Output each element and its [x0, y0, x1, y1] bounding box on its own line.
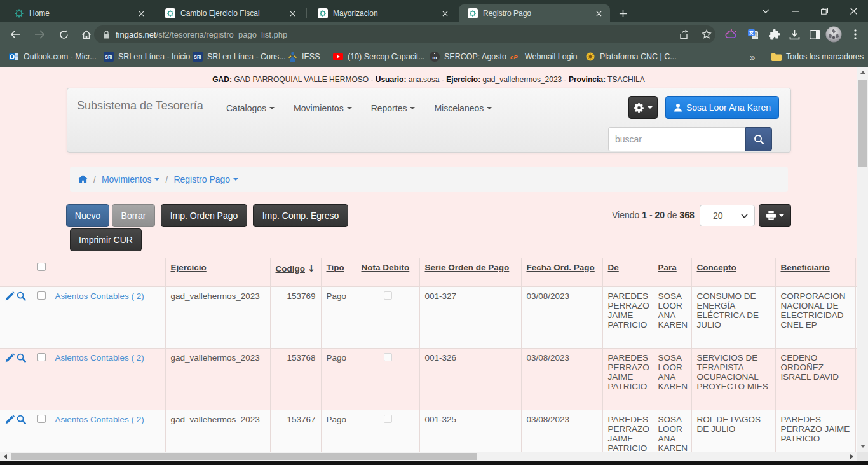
select-all-checkbox[interactable] [37, 263, 46, 271]
sort-link[interactable]: Para [658, 263, 677, 272]
scroll-left-arrow[interactable] [0, 451, 11, 462]
tab-close-icon[interactable] [440, 8, 450, 18]
bookmark-iess[interactable]: IESS [287, 49, 320, 64]
menu-movimientos[interactable]: Movimientos [284, 99, 362, 117]
tab-search-chevron[interactable] [751, 0, 780, 22]
print-menu-button[interactable] [759, 204, 791, 227]
vertical-scrollbar-thumb[interactable] [858, 80, 867, 167]
cell-de: PAREDES PERRAZO JAIME PATRICIO [602, 287, 653, 349]
view-magnifier-icon[interactable] [17, 291, 26, 301]
edit-pencil-icon[interactable] [5, 415, 15, 424]
extensions-puzzle-icon[interactable] [764, 24, 785, 45]
horizontal-scrollbar-thumb[interactable] [11, 453, 477, 460]
breadcrumb-registro-pago[interactable]: Registro Pago [173, 174, 238, 184]
scroll-right-arrow[interactable] [846, 451, 857, 462]
tab-home[interactable]: Home [5, 4, 153, 22]
chevron-down-icon [410, 107, 415, 109]
asientos-contables-link[interactable]: Asientos Contables ( 2) [55, 353, 144, 363]
tab-close-icon[interactable] [136, 8, 146, 18]
bookmark-star-icon[interactable] [698, 25, 715, 43]
menu-reportes[interactable]: Reportes [362, 99, 425, 117]
cell-beneficiario: CEDEÑO ORDOÑEZ ISRAEL DAVID [775, 349, 855, 410]
bookmark-webmail[interactable]: cP Webmail Login [510, 49, 577, 64]
cell-para: SOSA LOOR ANA KAREN [653, 410, 691, 452]
menu-catalogos[interactable]: Catalogos [217, 99, 284, 117]
tab-close-icon[interactable] [287, 8, 297, 18]
breadcrumb-movimientos[interactable]: Movimientos [102, 174, 160, 184]
profile-avatar[interactable] [824, 24, 844, 45]
reload-button[interactable] [53, 24, 74, 45]
imp-comp-egreso-button[interactable]: Imp. Comp. Egreso [253, 204, 348, 227]
tab-cambio-ejercicio[interactable]: Cambio Ejercicio Fiscal [156, 4, 304, 22]
address-bar[interactable]: fingads.net/sf2/tesoreria/registro_pago_… [94, 25, 715, 43]
bookmark-sri-consultas[interactable]: SRI SRI en Línea - Cons... [193, 49, 286, 64]
tab-mayorizacion[interactable]: Mayorizacion [309, 4, 456, 22]
chevron-down-icon [154, 178, 159, 181]
sort-link[interactable]: Codigo [276, 264, 306, 274]
sort-link[interactable]: De [608, 263, 619, 272]
new-tab-button[interactable] [614, 4, 632, 22]
share-icon[interactable] [675, 25, 693, 43]
edit-pencil-icon[interactable] [5, 291, 15, 301]
extension-translate-icon[interactable] [743, 24, 763, 45]
bookmark-outlook[interactable]: Outlook.com - Micr... [9, 49, 97, 64]
row-select [32, 410, 50, 452]
sort-link[interactable]: Fecha Ord. Pago [527, 263, 595, 272]
scroll-down-arrow[interactable] [857, 441, 868, 452]
row-checkbox[interactable] [37, 415, 46, 423]
downloads-icon[interactable] [784, 24, 804, 45]
extension-cloud-icon[interactable] [721, 24, 742, 45]
cell-fecha: 03/08/2023 [521, 410, 602, 452]
asientos-contables-link[interactable]: Asientos Contables ( 2) [55, 291, 144, 301]
back-button[interactable] [5, 24, 25, 45]
window-restore-button[interactable] [810, 0, 839, 22]
bookmark-sercop-agosto[interactable]: m SERCOP: Agosto [430, 49, 506, 64]
menu-miscelaneos[interactable]: Miscelaneos [424, 99, 501, 117]
imp-orden-pago-button[interactable]: Imp. Orden Pago [161, 204, 247, 227]
button-label: Borrar [121, 211, 146, 221]
nuevo-button[interactable]: Nuevo [66, 204, 109, 227]
sort-link[interactable]: Concepto [697, 263, 736, 272]
row-checkbox[interactable] [37, 291, 46, 300]
svg-text:SRI: SRI [194, 55, 201, 59]
sort-link[interactable]: Nota Debito [362, 263, 410, 272]
view-magnifier-icon[interactable] [17, 353, 26, 363]
sort-link[interactable]: Ejercicio [171, 263, 207, 272]
settings-gear-button[interactable] [628, 96, 658, 119]
side-panel-icon[interactable] [804, 24, 825, 45]
borrar-button[interactable]: Borrar [112, 204, 155, 227]
bookmark-sri-inicio[interactable]: SRI SRI en Línea - Inicio [104, 49, 190, 64]
search-button[interactable] [745, 127, 772, 151]
browser-menu-kebab-icon[interactable] [845, 24, 865, 45]
vertical-scrollbar[interactable] [857, 67, 868, 452]
tab-registro-pago-active[interactable]: Registro Pago [459, 4, 610, 22]
bookmark-sercop-youtube[interactable]: (10) Sercop Capacit... [333, 49, 425, 64]
scroll-up-arrow[interactable] [857, 67, 868, 78]
cell-serie: 001-326 [419, 349, 521, 410]
row-asientos: Asientos Contables ( 2) [50, 287, 165, 349]
user-account-button[interactable]: Sosa Loor Ana Karen [665, 96, 779, 119]
row-checkbox[interactable] [37, 353, 46, 361]
bookmarks-overflow-chevron[interactable]: » [750, 49, 755, 64]
view-magnifier-icon[interactable] [17, 415, 26, 424]
web-page: GAD: GAD PARROQUIAL VALLE HERMOSO - Usua… [0, 67, 857, 465]
button-label: Nuevo [75, 211, 100, 221]
home-icon[interactable] [78, 175, 88, 184]
page-size-select[interactable]: 20 [700, 205, 755, 226]
search-input[interactable]: buscar [608, 127, 745, 151]
sort-link[interactable]: Serie Orden de Pago [425, 263, 510, 272]
forward-button[interactable] [29, 24, 50, 45]
sort-link[interactable]: Beneficiario [781, 263, 830, 272]
asientos-contables-link[interactable]: Asientos Contables ( 2) [55, 415, 144, 424]
window-close-button[interactable] [839, 0, 868, 22]
sort-link[interactable]: Tipo [327, 263, 344, 272]
bookmark-label: IESS [302, 52, 320, 61]
user-name: Sosa Loor Ana Karen [686, 102, 771, 113]
bookmark-plataforma-cnc[interactable]: Plataforma CNC | C... [585, 49, 677, 64]
window-minimize-button[interactable] [780, 0, 810, 22]
tab-close-icon[interactable] [593, 8, 604, 18]
horizontal-scrollbar[interactable] [0, 452, 857, 461]
bookmark-all-bookmarks[interactable]: Todos los marcadores [771, 49, 864, 64]
imprimir-cur-button[interactable]: Imprimir CUR [70, 228, 142, 251]
edit-pencil-icon[interactable] [5, 353, 15, 363]
